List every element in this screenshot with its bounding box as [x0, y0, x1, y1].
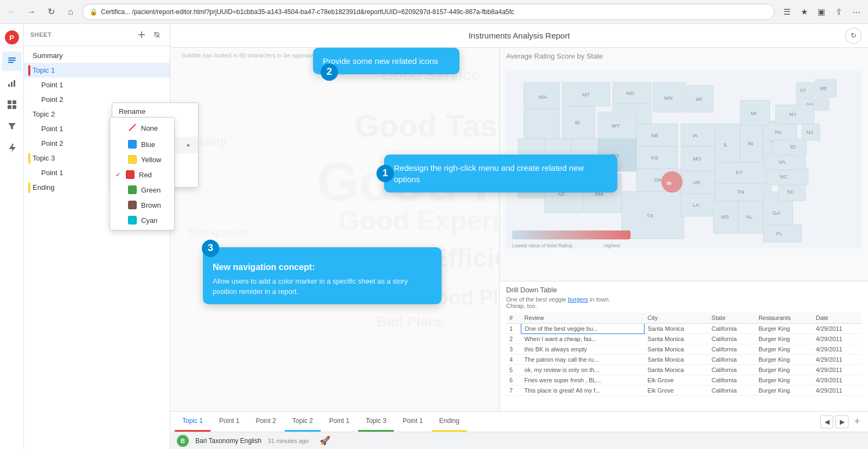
tab-prev-button[interactable]: ◀ — [820, 415, 833, 428]
add-sheet-button[interactable] — [135, 28, 148, 41]
bottom-tab-point1a[interactable]: Point 1 — [212, 412, 247, 432]
svg-rect-5 — [14, 80, 15, 87]
lock-icon: 🔒 — [90, 8, 98, 16]
svg-point-100 — [661, 171, 682, 193]
svg-text:NY: NY — [789, 111, 797, 117]
svg-text:TX: TX — [647, 213, 654, 219]
sheet-item-topic1[interactable]: Topic 1 — [24, 63, 170, 78]
svg-text:IN: IN — [748, 140, 753, 146]
svg-text:WI: WI — [695, 96, 702, 102]
svg-rect-8 — [8, 105, 11, 109]
address-bar[interactable]: 🔒 Certifica... /pacient/report-editor.ht… — [82, 4, 775, 20]
tab-next-button[interactable]: ▶ — [835, 415, 848, 428]
table-row[interactable]: 7This place is great! All my f...Elk Gro… — [506, 386, 861, 396]
svg-text:ND: ND — [627, 90, 634, 96]
table-row[interactable]: 5ok, my review is only on th...Santa Mon… — [506, 365, 861, 375]
refresh-button[interactable]: ↻ — [845, 28, 861, 44]
bookmark-list-button[interactable]: ☰ — [779, 4, 794, 20]
color-item-yellow[interactable]: Yellow — [110, 152, 174, 167]
bubble3-title: New navigation concept: — [213, 261, 432, 273]
svg-rect-6 — [8, 100, 11, 104]
panel-title: SHEET — [30, 31, 52, 38]
svg-rect-0 — [8, 57, 16, 59]
bubble-number-3: 3 — [202, 240, 219, 257]
share-button[interactable]: ⇧ — [831, 4, 846, 20]
color-item-red[interactable]: ✓Red — [110, 167, 174, 182]
svg-text:IA: IA — [693, 132, 698, 138]
table-row[interactable]: 6Fries were super fresh , BL...Elk Grove… — [506, 375, 861, 386]
svg-text:Lowest Value of Most Rating: Lowest Value of Most Rating — [512, 243, 572, 248]
word-cloud-word: Transparent — [187, 227, 248, 239]
svg-text:WY: WY — [611, 123, 620, 129]
more-button[interactable]: ⋯ — [848, 4, 864, 20]
svg-text:FL: FL — [776, 230, 783, 236]
table-title: Drill Down Table — [506, 286, 861, 294]
svg-rect-3 — [8, 84, 10, 87]
color-item-none[interactable]: None — [110, 120, 174, 137]
tooltip-bubble-3: 3 New navigation concept: Allow users to… — [203, 247, 442, 304]
address-text: Certifica... /pacient/report-editor.html… — [101, 8, 768, 16]
table-header-state: State — [709, 312, 756, 324]
sheet-icon-btn[interactable] — [2, 52, 22, 71]
table-header-restaurants: Restaurants — [755, 312, 813, 324]
sheet-item-summary[interactable]: Summary — [24, 48, 170, 63]
color-item-green[interactable]: Green — [110, 182, 174, 197]
bottom-tab-topic1[interactable]: Topic 1 — [175, 412, 210, 432]
bottom-tab-topic2[interactable]: Topic 2 — [285, 412, 321, 432]
svg-text:VA: VA — [778, 159, 786, 165]
svg-text:IN: IN — [667, 181, 672, 186]
bottom-tab-point1b[interactable]: Point 1 — [322, 412, 357, 432]
color-item-blue[interactable]: Blue — [110, 137, 174, 152]
reader-button[interactable]: ▣ — [814, 4, 829, 20]
main-content: Instruments Analysis Report ↻ Subtitle h… — [170, 24, 868, 449]
svg-rect-57 — [681, 124, 715, 146]
table-header-review: Review — [521, 312, 644, 324]
tooltip-bubble-1: Provide some new related icons 2 — [313, 48, 459, 74]
table-row[interactable]: 4The patron may call the ru...Santa Moni… — [506, 355, 861, 365]
svg-text:AR: AR — [693, 179, 700, 185]
bottom-tab-ending[interactable]: Ending — [432, 412, 467, 432]
color-submenu: NoneBlueYellow✓RedGreenBrownCyan — [110, 117, 175, 230]
bubble-number-1: 2 — [321, 63, 338, 81]
svg-text:AL: AL — [746, 214, 753, 220]
svg-rect-1 — [8, 60, 16, 61]
svg-rect-7 — [12, 100, 16, 104]
add-tab-button[interactable]: + — [851, 415, 864, 428]
logo-container: P — [1, 28, 23, 47]
star-button[interactable]: ★ — [796, 4, 812, 20]
panel-header-actions — [135, 28, 163, 41]
svg-rect-2 — [8, 62, 14, 63]
forward-button[interactable]: → — [24, 4, 39, 20]
sheet-item-label-topic1: Topic 1 — [33, 66, 163, 74]
svg-text:NE: NE — [651, 132, 659, 138]
grid-icon-btn[interactable] — [2, 95, 22, 114]
bottom-tabs: Topic 1Point 1Point 2Topic 2Point 1Topic… — [170, 411, 868, 432]
reload-button[interactable]: ↻ — [43, 4, 59, 20]
bottom-tab-point1c[interactable]: Point 1 — [395, 412, 430, 432]
chart-icon-btn[interactable] — [2, 73, 22, 93]
sheet-item-point1a[interactable]: Point 1 — [24, 78, 170, 92]
status-user: Bari Taxonomy English — [195, 437, 261, 445]
color-item-brown[interactable]: Brown — [110, 197, 174, 213]
table-row[interactable]: 1One of the best veggie bu...Santa Monic… — [506, 324, 861, 334]
home-button[interactable]: ⌂ — [63, 4, 78, 20]
table-area: Drill Down Table One of the best veggie … — [499, 281, 868, 411]
bottom-tab-point2a[interactable]: Point 2 — [248, 412, 283, 432]
bottom-tab-topic3[interactable]: Topic 3 — [358, 412, 394, 432]
table-desc-link[interactable]: burgers — [568, 296, 588, 303]
lightning-icon-btn[interactable] — [2, 138, 22, 158]
hide-icon-button[interactable] — [150, 28, 163, 41]
table-row[interactable]: 3this BK is always emptySanta MonicaCali… — [506, 344, 861, 355]
color-item-cyan[interactable]: Cyan — [110, 213, 174, 228]
table-row[interactable]: 2When I want a cheap, fas...Santa Monica… — [506, 334, 861, 344]
back-button[interactable]: ← — [4, 4, 20, 20]
svg-text:PA: PA — [775, 129, 782, 135]
svg-text:Highest: Highest — [604, 243, 620, 248]
app-container: P SHEET — [0, 24, 868, 449]
app-title: Instruments Analysis Report — [469, 31, 570, 40]
svg-rect-102 — [512, 230, 630, 239]
filter-icon-btn[interactable] — [2, 117, 22, 136]
svg-text:KY: KY — [736, 169, 744, 175]
app-logo: P — [5, 30, 19, 44]
svg-text:TN: TN — [737, 189, 744, 195]
